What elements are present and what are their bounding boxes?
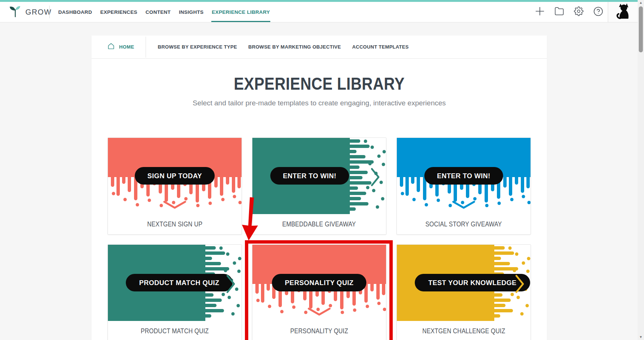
cta-pill-button[interactable]: SIGN UP TODAY [135,167,215,185]
brand-logo[interactable]: GROW [0,4,49,19]
plus-icon [535,6,545,18]
folders-button[interactable] [550,2,569,22]
nav-item-dashboard[interactable]: DASHBOARD [54,2,96,22]
subnav-item-browse-by-marketing-objective[interactable]: BROWSE BY MARKETING OBJECTIVE [248,44,341,50]
card-title: NEXTGEN CHALLENGE QUIZ [422,327,505,335]
template-thumbnail: PRODUCT MATCH QUIZ [108,245,242,321]
template-card-embeddable-giveaway[interactable]: ENTER TO WIN!EMBEDDABLE GIVEAWAY [252,137,386,235]
user-avatar[interactable] [608,2,638,22]
scroll-up-icon[interactable]: ▲ [639,0,643,5]
cta-pill-button[interactable]: PRODUCT MATCH QUIZ [126,274,233,291]
navbar-divider [49,6,50,18]
card-title: EMBEDDABLE GIVEAWAY [282,220,356,228]
folder-icon [554,6,564,18]
card-title: PRODUCT MATCH QUIZ [141,327,209,335]
cta-label: ENTER TO WIN! [437,172,490,180]
home-icon [108,43,115,51]
card-label-area: PRODUCT MATCH QUIZ [108,321,242,340]
main-nav: DASHBOARDEXPERIENCESCONTENTINSIGHTSEXPER… [54,2,274,22]
nav-item-insights[interactable]: INSIGHTS [175,2,208,22]
card-label-area: PERSONALITY QUIZ [252,321,386,340]
chevron-right-icon [515,274,525,295]
template-card-product-match-quiz[interactable]: PRODUCT MATCH QUIZPRODUCT MATCH QUIZ [108,244,242,340]
scroll-down-icon[interactable]: ▼ [639,334,643,340]
template-card-grid: SIGN UP TODAYNEXTGEN SIGN UPENTER TO WIN… [108,137,531,340]
chevron-down-icon [452,200,476,211]
card-title: SOCIAL STORY GIVEAWAY [426,220,502,228]
template-card-nextgen-sign-up[interactable]: SIGN UP TODAYNEXTGEN SIGN UP [108,137,242,235]
template-card-social-story-giveaway[interactable]: ENTER TO WIN!SOCIAL STORY GIVEAWAY [396,137,531,235]
template-thumbnail: TEST YOUR KNOWLEDGE [397,245,531,321]
card-label-area: EMBEDDABLE GIVEAWAY [252,214,386,234]
create-new-button[interactable] [530,2,550,22]
subnav-items: BROWSE BY EXPERIENCE TYPEBROWSE BY MARKE… [158,44,420,50]
nav-item-content[interactable]: CONTENT [141,2,175,22]
chevron-right-icon [226,274,236,295]
card-title: NEXTGEN SIGN UP [147,220,202,228]
gear-icon [574,6,584,18]
card-label-area: SOCIAL STORY GIVEAWAY [397,214,531,234]
brand-name: GROW [25,8,52,16]
cta-label: ENTER TO WIN! [283,172,336,180]
nav-item-experiences[interactable]: EXPERIENCES [96,2,141,22]
library-subnav: HOME BROWSE BY EXPERIENCE TYPEBROWSE BY … [91,35,547,59]
cta-label: SIGN UP TODAY [147,172,202,180]
page-title: EXPERIENCE LIBRARY [123,73,515,94]
template-card-nextgen-challenge-quiz[interactable]: TEST YOUR KNOWLEDGENEXTGEN CHALLENGE QUI… [396,244,531,340]
help-icon [593,6,603,18]
cta-label: TEST YOUR KNOWLEDGE [428,279,516,287]
chevron-down-icon [163,200,187,211]
template-thumbnail: ENTER TO WIN! [252,138,386,214]
cta-label: PERSONALITY QUIZ [285,279,354,287]
template-thumbnail: ENTER TO WIN! [397,138,531,214]
scrollbar-thumb[interactable] [639,6,643,52]
card-label-area: NEXTGEN SIGN UP [108,214,242,234]
page-scrollbar[interactable]: ▲ ▼ [638,0,644,340]
card-title: PERSONALITY QUIZ [290,327,348,335]
leaf-logo-icon [9,4,22,19]
template-card-personality-quiz[interactable]: PERSONALITY QUIZPERSONALITY QUIZ [252,244,386,340]
page-subtitle: Select and tailor pre-made templates to … [91,99,547,107]
content-panel: HOME BROWSE BY EXPERIENCE TYPEBROWSE BY … [91,35,547,340]
cta-pill-button[interactable]: ENTER TO WIN! [424,167,503,185]
subnav-home-label: HOME [119,44,134,50]
cta-pill-button[interactable]: TEST YOUR KNOWLEDGE [415,274,530,291]
subnav-home-link[interactable]: HOME [108,43,134,51]
subnav-item-account-templates[interactable]: ACCOUNT TEMPLATES [352,44,408,50]
navbar-actions [530,2,644,22]
subnav-item-browse-by-experience-type[interactable]: BROWSE BY EXPERIENCE TYPE [158,44,237,50]
subnav-divider [146,37,146,58]
chevron-down-icon [307,307,331,318]
settings-button[interactable] [569,2,588,22]
help-button[interactable] [588,2,608,22]
paint-drip-decoration [349,138,386,214]
chevron-right-icon [370,167,380,188]
card-label-area: NEXTGEN CHALLENGE QUIZ [397,321,531,340]
cat-avatar-icon [616,3,631,21]
template-thumbnail: SIGN UP TODAY [108,138,242,214]
template-thumbnail: PERSONALITY QUIZ [252,245,386,321]
cta-pill-button[interactable]: ENTER TO WIN! [270,167,349,185]
cta-pill-button[interactable]: PERSONALITY QUIZ [272,274,366,291]
cta-label: PRODUCT MATCH QUIZ [139,279,220,287]
top-navbar: GROW DASHBOARDEXPERIENCESCONTENTINSIGHTS… [0,0,644,22]
nav-item-experience-library[interactable]: EXPERIENCE LIBRARY [208,2,274,22]
